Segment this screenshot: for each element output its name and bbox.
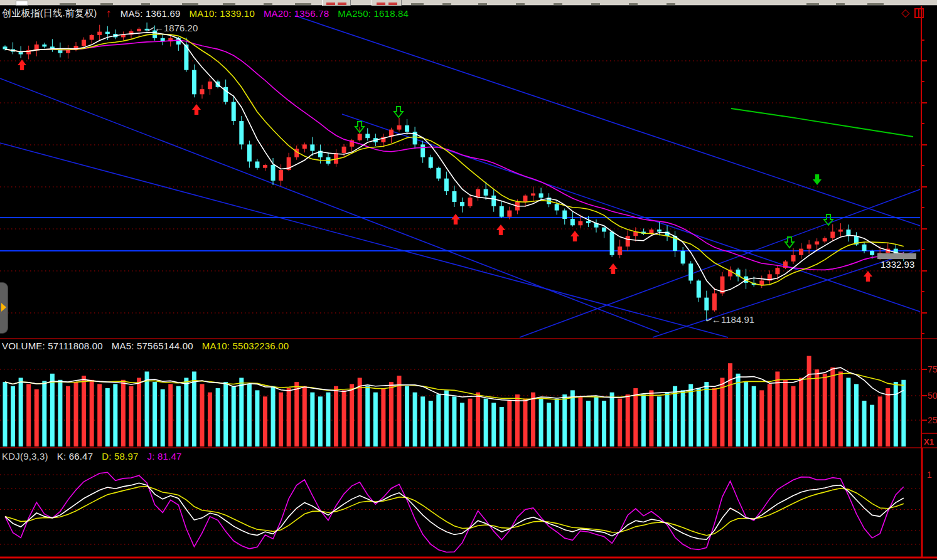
menu-item-fragment[interactable]	[629, 3, 638, 5]
volume-ma10-value: MA10: 55032236.00	[202, 341, 289, 351]
kdj-lines	[5, 472, 904, 552]
volume-bars	[3, 356, 906, 446]
volume-axis-label-75: 75	[928, 364, 937, 374]
ma5-line	[5, 33, 904, 292]
ma10-line	[5, 34, 904, 285]
volume-ma5-value: MA5: 57565144.00	[112, 341, 193, 351]
grid-lines	[0, 61, 920, 544]
menu-item-fragment[interactable]	[100, 3, 113, 5]
arrow-left-icon: ←	[154, 23, 164, 33]
kdj-j-value: J: 81.47	[147, 451, 182, 462]
ma250-value: MA250: 1618.84	[338, 8, 409, 19]
menu-item-fragment[interactable]	[442, 3, 451, 5]
menu-item-fragment[interactable]	[591, 3, 600, 5]
split-window-icon[interactable]	[914, 8, 924, 18]
toolbar-button-glyph	[377, 3, 385, 5]
kdj-axis-label-100: 1	[927, 470, 932, 480]
volume-axis-label-50: 50	[928, 391, 937, 401]
menu-item-fragment[interactable]	[182, 3, 198, 5]
volume-multiplier-label: X1	[924, 437, 934, 446]
menu-item-fragment[interactable]	[223, 3, 235, 5]
axis-frame	[0, 6, 937, 557]
candlestick-series	[3, 23, 906, 321]
menu-item-fragment[interactable]	[806, 3, 819, 5]
ma20-line	[5, 40, 904, 270]
menu-item-fragment[interactable]	[60, 3, 76, 5]
chart-canvas[interactable]	[0, 0, 937, 560]
label-pointers	[148, 28, 916, 321]
menu-item-fragment[interactable]	[478, 3, 487, 5]
split-window-icon-line	[918, 9, 919, 17]
menu-bar[interactable]	[0, 0, 937, 6]
kdj-name: KDJ(9,3,3)	[2, 451, 48, 462]
toolbar-button-glyph	[388, 3, 397, 5]
volume-axis-label-25: 25	[928, 415, 937, 425]
signal-arrows	[18, 60, 872, 282]
toolbar-button-red-2[interactable]	[372, 0, 402, 6]
menu-active-item[interactable]	[16, 1, 28, 6]
kdj-k-value: K: 66.47	[57, 451, 93, 462]
toolbar-button-glyph	[338, 3, 346, 5]
menu-item-fragment[interactable]	[295, 3, 311, 5]
symbol-title: 创业板指(日线.前复权)	[2, 8, 97, 19]
toolbar-button-red-1[interactable]	[322, 0, 351, 6]
app-window: 创业板指(日线.前复权) ↑ MA5: 1361.69 MA10: 1339.1…	[0, 0, 937, 560]
menu-item-fragment[interactable]	[516, 3, 525, 5]
kdj-header: KDJ(9,3,3) K: 66.47 D: 58.97 J: 81.47	[2, 451, 181, 462]
ma20-value: MA20: 1356.78	[264, 8, 329, 19]
diamond-icon[interactable]: ◇	[901, 7, 909, 19]
sidebar-expand-handle[interactable]	[0, 282, 8, 334]
high-price-label: ←1876.20	[154, 23, 198, 33]
last-price-label: 1332.93	[881, 259, 914, 270]
menu-item-fragment[interactable]	[836, 3, 845, 5]
menu-item-fragment[interactable]	[141, 3, 150, 5]
ma250-line	[731, 108, 913, 137]
main-chart-header: 创业板指(日线.前复权) ↑ MA5: 1361.69 MA10: 1339.1…	[2, 7, 409, 20]
triangle-right-icon	[1, 303, 6, 312]
toolbar-button-glyph	[326, 3, 335, 5]
menu-item-fragment[interactable]	[667, 3, 675, 5]
corner-icons: ◇	[901, 8, 909, 19]
ma10-value: MA10: 1339.10	[190, 8, 255, 19]
trend-lines	[0, 16, 920, 337]
menu-item-fragment[interactable]	[554, 3, 562, 5]
low-price-label: ←1184.91	[712, 314, 754, 325]
menu-item-fragment[interactable]	[867, 3, 884, 5]
volume-value: VOLUME: 57111808.00	[2, 341, 103, 351]
menu-item-fragment[interactable]	[411, 3, 424, 5]
menu-item-fragment[interactable]	[264, 3, 272, 5]
trend-up-arrow-icon: ↑	[106, 7, 112, 20]
kdj-d-value: D: 58.97	[102, 451, 138, 462]
volume-header: VOLUME: 57111808.00 MA5: 57565144.00 MA1…	[2, 341, 289, 351]
arrow-left-icon: ←	[712, 314, 721, 325]
ma5-value: MA5: 1361.69	[120, 8, 181, 19]
